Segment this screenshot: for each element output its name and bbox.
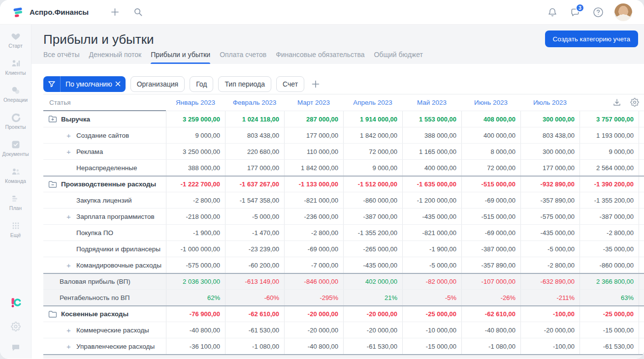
expand-plus-icon[interactable]: + (66, 261, 72, 269)
value-cell: -5% (402, 290, 461, 305)
value-cell: 3 259 000,00 (166, 111, 225, 127)
sidebar-item-team[interactable]: Команда (0, 162, 31, 189)
folder-plus-icon[interactable] (48, 115, 57, 123)
table-row[interactable]: +Реклама3 250 000,00220 680,00110 000,00… (43, 143, 644, 159)
table-row[interactable]: +Коммерческие расходы-40 800,00-61 530,0… (43, 322, 644, 338)
filter-funnel-icon[interactable] (43, 76, 61, 92)
expand-plus-icon[interactable]: + (66, 148, 72, 156)
table-header-row: Статья Январь 2023Февраль 2023Март 2023А… (43, 94, 644, 111)
tab-все-отчёты[interactable]: Все отчёты (43, 51, 79, 64)
row-sliver (639, 274, 644, 289)
sidebar-item-more[interactable]: Ещё (0, 216, 31, 243)
table-row[interactable]: +Управленческие расходы-36 100,00-1 080,… (43, 338, 644, 354)
row-sliver (639, 241, 644, 257)
filter-chip[interactable]: Счет (276, 76, 304, 92)
value-cell: 408 000,00 (461, 111, 520, 127)
sidebar-item-label: Проекты (5, 124, 26, 130)
tab-денежный-поток[interactable]: Денежный поток (89, 51, 141, 64)
tab-общий-бюджет[interactable]: Общий бюджет (374, 51, 422, 64)
row-sliver (639, 257, 644, 273)
table-row[interactable]: Подрядчики и фрилансеры-1 000 000,00-23 … (43, 240, 644, 257)
table-row[interactable]: Нераспределенные388 000,00177 000,001 84… (43, 159, 644, 176)
table-row[interactable]: Валовая прибыль (ВП)2 036 300,00-613 149… (43, 273, 644, 289)
tab-оплата-счетов[interactable]: Оплата счетов (220, 51, 266, 64)
value-cell: -61 530,00 (580, 338, 639, 354)
row-label-cell: Подрядчики и фрилансеры (43, 241, 166, 257)
support-chat-icon[interactable] (11, 343, 21, 353)
add-filter-icon[interactable] (311, 79, 321, 89)
value-cell: -218 000,00 (166, 209, 225, 224)
table-row[interactable]: Покупка ПО-1 900,00-1 470,00-2 800,00-1 … (43, 224, 644, 240)
table-row[interactable]: Закупка лицензий-2 800,00-1 547 358,00-8… (43, 192, 644, 208)
notifications-bell-icon[interactable] (547, 7, 557, 17)
value-cell: 2 564 000,00 (580, 160, 639, 176)
search-icon[interactable] (133, 7, 143, 17)
value-cell: -236 000,00 (284, 209, 343, 224)
row-sliver (639, 160, 644, 176)
expand-plus-icon[interactable]: + (66, 212, 72, 221)
value-cell: 177 000,00 (284, 127, 343, 143)
sidebar-item-documents[interactable]: Документы (0, 135, 31, 162)
value-cell: -387 000,00 (343, 209, 402, 224)
table-row[interactable]: +Создание сайтов9 000,00803 438,00177 00… (43, 127, 644, 143)
value-cell: -515 000,00 (461, 209, 520, 224)
sidebar-item-clients[interactable]: Клиенты (0, 54, 31, 81)
sidebar-item-operations[interactable]: Операции (0, 81, 31, 108)
table-settings-gear-icon[interactable] (630, 98, 639, 109)
value-cell: -26% (461, 290, 520, 305)
tab-финансовые-обязательства[interactable]: Финансовые обязательства (276, 51, 364, 64)
sidebar-item-projects[interactable]: Проекты (0, 108, 31, 135)
table-row[interactable]: Косвенные расходы-76 900,00-62 610,00-20… (43, 305, 644, 322)
messages-icon[interactable]: 3 (570, 7, 580, 17)
value-cell: -40 800,00 (461, 322, 520, 338)
settings-gear-icon[interactable] (11, 322, 21, 331)
row-sliver (639, 209, 644, 224)
filter-clear-icon[interactable] (115, 81, 126, 87)
expand-plus-icon[interactable]: + (66, 342, 72, 351)
row-sliver (639, 111, 644, 127)
value-cell: -69 000,00 (284, 241, 343, 257)
expand-plus-icon[interactable]: + (66, 326, 72, 334)
aspro-cloud-logo-icon[interactable] (10, 297, 22, 310)
value-cell: -632 890,00 (520, 274, 580, 289)
table-row[interactable]: +Командировочные расходы-575 000,00-60 2… (43, 257, 644, 273)
avatar[interactable] (614, 3, 632, 21)
value-cell: -107 000,00 (461, 274, 520, 289)
value-cell: -1 000 000,00 (166, 241, 225, 257)
month-column-header: Апрель 2023 (343, 94, 402, 111)
expand-plus-icon[interactable]: + (66, 131, 72, 140)
value-cell: -613 149,00 (225, 274, 284, 289)
table-row[interactable]: +Зарплата программистов-218 000,00-5 000… (43, 208, 644, 224)
folder-icon[interactable] (48, 310, 57, 318)
folder-minus-icon[interactable] (48, 180, 57, 188)
table-row[interactable]: Выручка3 259 000,001 024 118,00287 000,0… (43, 111, 644, 127)
download-icon[interactable] (612, 98, 621, 109)
value-cell: -1 635 000,00 (402, 177, 461, 192)
create-category-button[interactable]: Создать категорию учета (545, 30, 638, 47)
value-cell: -435 000,00 (520, 225, 580, 240)
sidebar-item-label: Документы (2, 151, 29, 157)
month-column-header: Февраль 2023 (225, 94, 284, 111)
table-row[interactable]: Производственные расходы-1 222 700,00-1 … (43, 176, 644, 192)
row-label-cell: Закупка лицензий (43, 192, 166, 208)
sidebar-item-start[interactable]: Старт (0, 27, 31, 54)
tab-прибыли-и-убытки[interactable]: Прибыли и убытки (151, 51, 210, 64)
plan-icon (11, 194, 21, 204)
filter-chip[interactable]: Организация (130, 76, 185, 92)
filter-chip[interactable]: Год (190, 76, 213, 92)
add-icon[interactable] (110, 7, 120, 17)
value-cell: -69 000,00 (461, 225, 520, 240)
filter-default-chip[interactable]: По умолчанию (43, 76, 126, 92)
filter-chip[interactable]: Тип периода (218, 76, 271, 92)
value-cell: -357 890,00 (520, 192, 580, 208)
sidebar-item-plan[interactable]: План (0, 189, 31, 216)
page-header: Прибыли и убытки Создать категорию учета… (32, 25, 644, 64)
help-icon[interactable] (593, 7, 604, 18)
value-cell: -2 800,00 (166, 192, 225, 208)
table-row[interactable]: Рентабельность по ВП62%-60%-295%21%-5%-2… (43, 289, 644, 305)
sidebar: СтартКлиентыОперацииПроектыДокументыКома… (0, 25, 32, 359)
value-cell: -61 530,00 (343, 338, 402, 354)
row-label: Коммерческие расходы (76, 327, 149, 334)
value-cell: -60% (225, 290, 284, 305)
month-column-header: Май 2023 (402, 94, 461, 111)
